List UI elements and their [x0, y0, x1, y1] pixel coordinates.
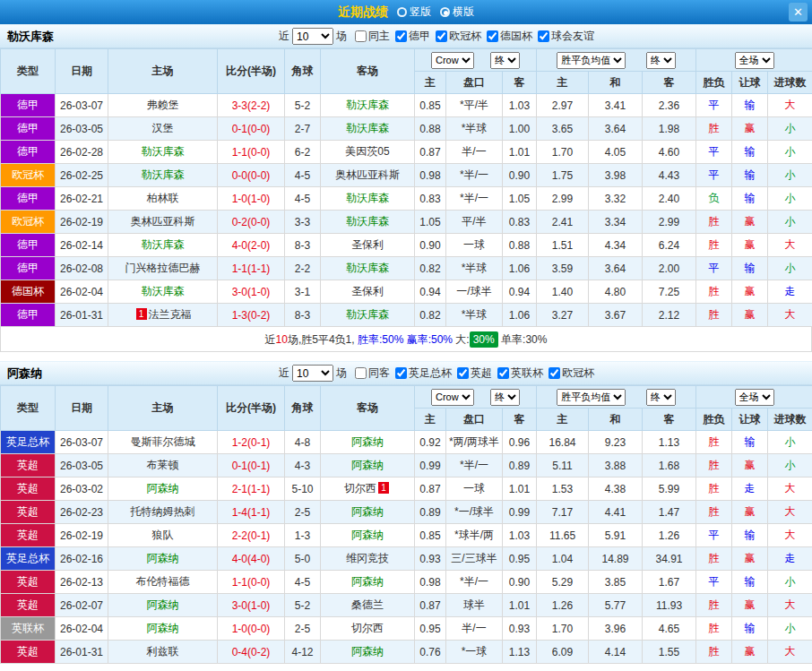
- odds-source-select[interactable]: Crow: [431, 52, 474, 69]
- euro-away-odds: 2.36: [643, 94, 696, 117]
- corner-score: 3-3: [285, 211, 321, 234]
- final-euro-select[interactable]: 终: [646, 52, 676, 69]
- euro-away-odds: 1.13: [643, 431, 696, 454]
- league-filter[interactable]: 德国杯: [487, 29, 532, 44]
- league-filter-checkbox[interactable]: [549, 367, 560, 379]
- league-type-badge: 英超: [1, 594, 56, 617]
- result-outcome: 胜: [696, 304, 732, 327]
- away-team-name: 勒沃库森: [346, 215, 389, 228]
- asian-home-odds: 0.82: [415, 257, 446, 280]
- same-venue-filter-checkbox[interactable]: [355, 30, 367, 42]
- league-type-badge: 英联杯: [1, 617, 56, 641]
- euro-draw-odds: 3.41: [589, 94, 643, 117]
- match-score: 1-0(1-0): [218, 187, 285, 211]
- close-button[interactable]: ✕: [789, 3, 808, 22]
- league-filter[interactable]: 欧冠杯: [436, 29, 481, 44]
- scope-select[interactable]: 全场: [735, 389, 774, 406]
- match-row: 英超26-02-07阿森纳3-0(1-0)5-2桑德兰0.87球半1.011.2…: [1, 594, 812, 617]
- col-goals-result: 进球数: [768, 72, 812, 94]
- match-count-select[interactable]: 10: [292, 365, 333, 382]
- odds-source-select[interactable]: Crow: [431, 389, 474, 406]
- match-date: 26-01-31: [56, 641, 108, 664]
- col-score: 比分(半场): [218, 386, 285, 431]
- league-filter[interactable]: 英联杯: [497, 366, 543, 381]
- match-row: 德甲26-02-21柏林联1-0(1-0)4-5勒沃库森0.83*半/一1.05…: [1, 187, 812, 211]
- league-filter-checkbox[interactable]: [497, 367, 509, 379]
- scope-select[interactable]: 全场: [735, 52, 774, 69]
- corner-score: 5-10: [285, 477, 321, 501]
- match-row: 英超26-01-31利兹联0-4(0-2)4-12阿森纳0.76*一球1.136…: [1, 641, 812, 664]
- asian-handicap: *半球: [446, 117, 503, 141]
- asian-home-odds: 0.83: [415, 187, 446, 211]
- match-row: 德甲26-03-07弗赖堡3-3(2-2)5-2勒沃库森0.85*平/半1.03…: [1, 94, 812, 117]
- same-venue-filter-checkbox[interactable]: [355, 367, 367, 379]
- home-team: 汉堡: [108, 117, 218, 141]
- away-team-name: 美因茨05: [345, 145, 389, 158]
- match-date: 26-02-23: [56, 501, 108, 524]
- match-score: 3-0(1-0): [218, 280, 285, 304]
- euro-draw-odds: 3.64: [589, 117, 643, 141]
- team-name: 阿森纳: [7, 366, 42, 382]
- away-team: 阿森纳: [321, 431, 415, 454]
- corner-score: 3-1: [285, 280, 321, 304]
- same-venue-filter[interactable]: 同主: [355, 29, 390, 44]
- asian-handicap: *球半/两: [446, 524, 503, 547]
- euro-home-odds: 1.26: [537, 594, 589, 617]
- same-venue-filter[interactable]: 同客: [355, 366, 390, 381]
- asian-home-odds: 0.93: [415, 547, 446, 571]
- league-filter[interactable]: 英超: [457, 366, 492, 381]
- euro-away-odds: 1.68: [643, 454, 696, 477]
- home-team: 勒沃库森: [108, 280, 218, 304]
- asian-home-odds: 0.87: [415, 594, 446, 617]
- league-filter[interactable]: 英足总杯: [395, 366, 452, 381]
- match-score: 1-1(0-0): [218, 141, 285, 164]
- league-filter[interactable]: 球会友谊: [538, 29, 594, 44]
- final-odds-select[interactable]: 终: [490, 52, 520, 69]
- league-filter-checkbox[interactable]: [457, 367, 469, 379]
- euro-avg-select[interactable]: 胜平负均值: [557, 389, 626, 406]
- match-row: 英超26-02-13布伦特福德1-1(0-0)4-5阿森纳0.98*半/一0.9…: [1, 571, 812, 594]
- league-filter-checkbox[interactable]: [395, 30, 407, 42]
- asian-home-odds: 1.05: [415, 211, 446, 234]
- handicap-outcome: 输: [732, 571, 768, 594]
- scope-header: 全场: [696, 49, 812, 72]
- asian-home-odds: 0.90: [415, 234, 446, 257]
- euro-home-odds: 6.09: [537, 641, 589, 664]
- result-outcome: 平: [696, 524, 732, 547]
- league-type-badge: 德国杯: [1, 280, 56, 304]
- final-euro-select[interactable]: 终: [646, 389, 676, 406]
- euro-home-odds: 1.51: [537, 234, 589, 257]
- euro-home-odds: 1.75: [537, 164, 589, 187]
- radio-icon: [397, 7, 407, 17]
- match-score: 4-0(2-0): [218, 234, 285, 257]
- match-row: 欧冠杯26-02-19奥林匹亚科斯0-2(0-0)3-3勒沃库森1.05平/半0…: [1, 211, 812, 234]
- away-team-name: 切尔西: [351, 622, 384, 634]
- away-team: 美因茨05: [321, 141, 415, 164]
- layout-option-horizontal[interactable]: 横版: [440, 4, 474, 20]
- result-outcome: 平: [696, 141, 732, 164]
- league-filter[interactable]: 德甲: [395, 29, 430, 44]
- league-filter-checkbox[interactable]: [538, 30, 549, 42]
- match-score: 4-0(4-0): [218, 547, 285, 571]
- col-asian-home: 主: [415, 409, 446, 431]
- handicap-outcome: 输: [732, 431, 768, 454]
- away-team-name: 勒沃库森: [346, 99, 389, 111]
- final-odds-select[interactable]: 终: [490, 389, 520, 406]
- league-filter-checkbox[interactable]: [395, 367, 407, 379]
- league-filter-checkbox[interactable]: [436, 30, 447, 42]
- league-filter[interactable]: 欧冠杯: [549, 366, 594, 381]
- layout-option-vertical[interactable]: 竖版: [397, 4, 431, 20]
- match-row: 德甲26-03-05汉堡0-1(0-0)2-7勒沃库森0.88*半球1.003.…: [1, 117, 812, 141]
- same-venue-filter-label: 同客: [368, 366, 390, 381]
- match-date: 26-02-04: [56, 280, 108, 304]
- euro-avg-select[interactable]: 胜平负均值: [557, 52, 626, 69]
- match-row: 英联杯26-02-04阿森纳1-0(0-0)2-5切尔西0.95半/一0.931…: [1, 617, 812, 641]
- col-asian-away: 客: [503, 72, 537, 94]
- league-type-badge: 德甲: [1, 187, 56, 211]
- match-row: 德甲26-02-28勒沃库森1-1(0-0)6-2美因茨050.87半/一1.0…: [1, 141, 812, 164]
- asian-away-odds: 1.05: [503, 187, 537, 211]
- euro-away-odds: 1.26: [643, 524, 696, 547]
- match-count-select[interactable]: 10: [292, 28, 333, 45]
- match-score: 1-1(1-1): [218, 257, 285, 280]
- league-filter-checkbox[interactable]: [487, 30, 498, 42]
